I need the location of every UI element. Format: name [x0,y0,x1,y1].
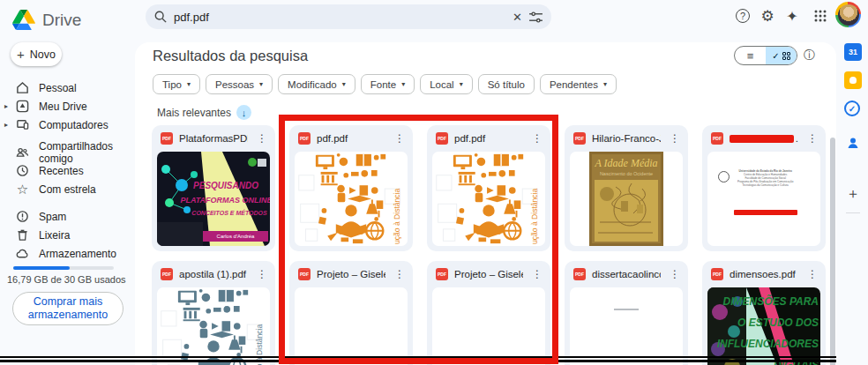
buy-storage-button[interactable]: Comprar mais armazenamento [12,292,123,325]
sidebar-item-compartilhados[interactable]: Compartilhados comigo [0,143,132,161]
sidebar-item-lixeira[interactable]: Lixeira [0,226,132,244]
plus-icon: + [17,47,25,62]
sidebar-item-armazenamento[interactable]: Armazenamento [0,244,132,263]
filter-chip-local[interactable]: Local▾ [420,74,473,94]
filter-chips: Tipo▾ Pessoas▾ Modificado▾ Fonte▾ Local▾… [153,74,617,94]
file-card[interactable]: PDF PlataformasPDF.pdf ⋮ PESQUISANDO PLA… [152,125,275,251]
new-button[interactable]: + Novo [11,42,62,66]
file-card[interactable]: PDF pdf.pdf ⋮ [427,125,550,251]
pdf-file-icon: PDF [573,268,586,280]
info-icon[interactable]: ⓘ [804,48,815,63]
grid-view-button[interactable]: ✓ [766,47,797,64]
file-thumbnail: ução à Distância [295,152,408,246]
filter-chip-modificado[interactable]: Modificado▾ [278,74,355,94]
dropdown-arrow-icon: ▾ [187,80,191,88]
sort-row: Mais relevantes ↓ [157,105,251,120]
file-card[interactable]: PDF dimensoes.pdf ⋮ DIMENSÕES PARA O EST… [702,261,826,365]
file-card[interactable]: PDF Projeto – Gisele... ⋮ Programa de Pó… [289,261,413,365]
file-name: Projeto – Gisele... [317,269,385,279]
grid-icon [782,52,790,60]
settings-gear-icon[interactable]: ⚙ [757,5,778,26]
dropdown-arrow-icon: ▾ [603,80,607,88]
university-seal [718,171,730,182]
tasks-icon[interactable]: ✓ [844,101,860,116]
sidebar-item-meu-drive[interactable]: ▸ Meu Drive [0,97,132,115]
more-options-icon[interactable]: ⋮ [392,268,408,280]
file-card[interactable]: PDF Projeto – Gisele... ⋮ Programa de Pó… [427,261,550,365]
sort-label: Mais relevantes [157,107,231,119]
file-card[interactable]: PDF . ⋮ Universidade do Estado do Rio de… [702,125,826,251]
file-card[interactable]: PDF Hilario-Franco-Jr-... ⋮ A Idade Médi… [565,125,688,251]
scrollbar-thumb[interactable] [830,138,835,365]
star-icon: ☆ [16,182,29,197]
pdf-file-icon: PDF [298,132,311,145]
chevron-right-icon[interactable]: ▸ [4,121,8,129]
file-card[interactable]: PDF apostila (1).pdf ⋮ [152,261,275,365]
storage-progress-bar [13,266,114,270]
clock-icon [16,164,29,177]
keep-icon[interactable] [844,71,862,89]
filter-chip-pessoas[interactable]: Pessoas▾ [206,74,273,94]
user-avatar[interactable] [835,2,861,27]
svg-text:Carlos d'Andréa: Carlos d'Andréa [217,234,255,239]
more-options-icon[interactable]: ⋮ [529,268,545,280]
file-name: apostila (1).pdf [179,269,248,279]
more-options-icon[interactable]: ⋮ [392,132,408,145]
file-thumbnail: ução à Distância [157,287,270,365]
more-options-icon[interactable]: ⋮ [254,132,270,145]
more-options-icon[interactable]: ⋮ [529,132,545,145]
search-options-icon[interactable] [529,11,542,23]
more-options-icon[interactable]: ⋮ [804,268,820,280]
file-name-redacted: . [730,133,798,144]
more-options-icon[interactable]: ⋮ [804,132,820,145]
clear-search-icon[interactable]: ✕ [513,11,522,24]
filter-chip-fonte[interactable]: Fonte▾ [361,74,415,94]
sidebar-item-computadores[interactable]: ▸ Computadores [0,115,132,134]
pdf-file-icon: PDF [711,132,723,145]
file-name: Projeto – Gisele... [454,269,523,279]
sidebar-item-spam[interactable]: Spam [0,207,132,226]
panel-divider [846,212,860,213]
chevron-right-icon[interactable]: ▸ [4,102,8,110]
filter-chip-tipo[interactable]: Tipo▾ [153,74,200,94]
pdf-file-icon: PDF [573,132,586,145]
file-thumbnail: PESQUISANDO PLATAFORMAS ONLINE: CONCEITO… [157,152,270,246]
add-app-icon[interactable]: ＋ [844,185,862,203]
sidebar-item-com-estrela[interactable]: ☆ Com estrela [0,180,132,198]
more-options-icon[interactable]: ⋮ [667,132,683,145]
storage-usage-text: 16,79 GB de 30 GB usados [7,274,135,285]
more-options-icon[interactable]: ⋮ [667,268,683,280]
search-bar[interactable]: ✕ [146,4,551,29]
redaction-bar [730,135,794,143]
contacts-icon[interactable] [844,134,862,152]
dropdown-arrow-icon: ▾ [460,80,463,88]
filter-chip-pendentes[interactable]: Pendentes▾ [540,74,617,94]
svg-text:INFLUENCIADORES: INFLUENCIADORES [717,338,819,350]
svg-text:DIMENSÕES PARA: DIMENSÕES PARA [723,294,819,308]
main-content: Resultados da pesquisa ≡ ✓ ⓘ Tipo▾ Pesso… [135,42,836,365]
more-options-icon[interactable]: ⋮ [254,268,270,280]
filter-chip-so-titulo[interactable]: Só título [478,74,535,94]
file-thumbnail: Programa de Pós-Graduação em Comunicação… [295,287,408,365]
sort-direction-icon[interactable]: ↓ [236,105,251,120]
drive-brand: Drive [12,10,81,30]
help-icon[interactable]: ? [732,5,753,26]
search-input[interactable] [174,11,505,24]
google-apps-grid-icon[interactable] [810,5,831,26]
file-card[interactable]: PDF dissertacaolincolc... ⋮ [565,261,688,365]
gemini-sparkle-icon[interactable]: ✦ [782,5,803,26]
check-icon: ✓ [772,51,779,61]
document-text-line [614,309,639,310]
file-card[interactable]: PDF pdf.pdf ⋮ [289,125,413,251]
pdf-file-icon: PDF [436,132,448,145]
list-view-button[interactable]: ≡ [735,47,766,64]
svg-text:A Idade Média: A Idade Média [594,157,657,169]
sidebar-item-pessoal[interactable]: Pessoal [0,78,132,97]
calendar-icon[interactable]: 31 [844,43,862,61]
pdf-file-icon: PDF [161,268,173,280]
pdf-file-icon: PDF [161,132,173,145]
list-icon: ≡ [747,49,754,63]
file-thumbnail: Programa de Pós-Graduação em Comunicação… [432,287,545,365]
sidebar-item-recentes[interactable]: Recentes [0,161,132,180]
file-name: pdf.pdf [317,133,385,144]
